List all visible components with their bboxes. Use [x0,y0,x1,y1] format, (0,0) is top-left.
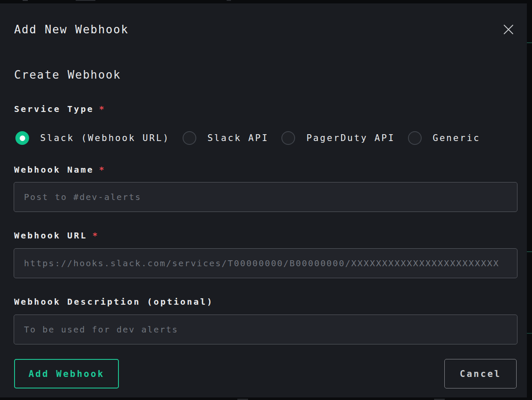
add-webhook-modal: Add New Webhook Create Webhook Service T… [0,3,527,397]
page-artifact [76,0,95,1]
cancel-button[interactable]: Cancel [444,359,517,388]
radio-label: Slack API [207,133,269,143]
webhook-url-label: Webhook URL* [14,230,99,241]
page-artifact [527,333,532,334]
webhook-url-input[interactable] [14,248,517,278]
modal-title: Add New Webhook [14,23,129,36]
page-artifact [527,251,532,252]
radio-slack-webhook-url[interactable]: Slack (Webhook URL) [15,131,170,145]
radio-button-icon[interactable] [183,131,196,145]
close-icon [502,24,514,35]
radio-generic[interactable]: Generic [408,131,481,145]
page-artifact [527,42,532,43]
webhook-description-label: Webhook Description (optional) [14,297,213,307]
webhook-description-input[interactable] [14,315,517,344]
page-artifact [23,0,28,1]
service-type-label-text: Service Type [14,104,94,114]
webhook-description-label-text: Webhook Description (optional) [14,297,213,307]
radio-label: PagerDuty API [306,133,395,143]
service-type-label: Service Type* [14,104,106,114]
radio-label: Slack (Webhook URL) [40,133,170,143]
webhook-name-label: Webhook Name* [14,165,106,175]
radio-button-icon[interactable] [408,131,422,145]
close-button[interactable] [499,21,517,38]
radio-pagerduty-api[interactable]: PagerDuty API [281,131,395,145]
page-background: Add New Webhook Create Webhook Service T… [0,0,532,400]
required-asterisk: * [92,230,99,241]
cancel-button-label: Cancel [460,369,501,379]
webhook-name-input[interactable] [14,182,517,212]
webhook-name-label-text: Webhook Name [14,165,94,175]
page-artifact [227,0,231,1]
service-type-radio-group: Slack (Webhook URL) Slack API PagerDuty … [15,131,480,145]
form-heading: Create Webhook [14,68,121,81]
add-webhook-button[interactable]: Add Webhook [14,359,119,388]
radio-button-icon[interactable] [281,131,295,145]
required-asterisk: * [99,104,106,114]
webhook-url-label-text: Webhook URL [14,230,87,241]
radio-slack-api[interactable]: Slack API [183,131,269,145]
radio-label: Generic [433,133,481,143]
radio-button-icon[interactable] [15,131,29,145]
add-webhook-button-label: Add Webhook [29,369,105,379]
required-asterisk: * [99,165,106,175]
